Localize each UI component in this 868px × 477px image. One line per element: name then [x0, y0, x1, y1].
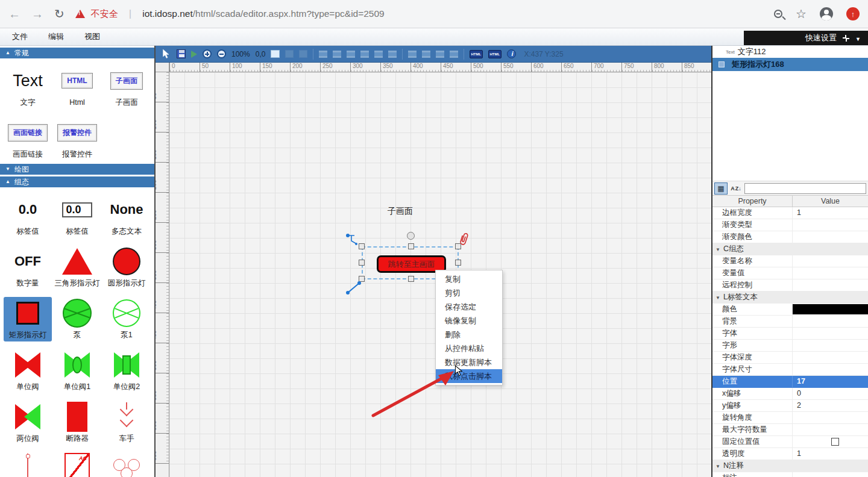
browser-update-icon[interactable]: ↑ — [846, 7, 860, 20]
palette-item[interactable]: 断路器 — [53, 401, 101, 445]
palette-item[interactable]: 车手 — [102, 401, 151, 445]
property-row[interactable]: 远程控制 — [712, 279, 868, 292]
palette-item[interactable]: 矩形指示灯 — [4, 297, 52, 341]
property-value[interactable]: 17 — [793, 376, 868, 387]
context-menu-item[interactable]: 鼠标点击脚本 — [436, 369, 502, 383]
context-menu-item[interactable]: 剪切 — [436, 286, 502, 300]
property-row[interactable]: 透明度 1 — [712, 448, 868, 460]
palette-item[interactable]: PT — [102, 452, 151, 477]
subscreen-text-element[interactable]: 子画面 — [388, 206, 413, 217]
forward-icon[interactable]: → — [31, 8, 43, 20]
property-row[interactable]: N注释 — [712, 460, 868, 472]
resize-handle-s[interactable] — [408, 276, 414, 282]
copy-icon[interactable] — [285, 50, 294, 58]
property-value[interactable] — [793, 316, 868, 327]
security-label[interactable]: 不安全 — [91, 8, 118, 20]
collapse-icon[interactable] — [843, 35, 849, 42]
property-row[interactable]: L标签文本 — [712, 292, 868, 304]
property-row[interactable]: 固定位置值 — [712, 436, 868, 448]
property-value[interactable]: 2 — [793, 400, 868, 411]
palette-item[interactable]: 泵1 — [102, 297, 151, 341]
property-row[interactable]: 颜色 — [712, 304, 868, 316]
page-zoom-icon[interactable] — [774, 10, 782, 18]
property-value[interactable] — [793, 364, 868, 375]
property-row[interactable]: 标注 — [712, 472, 868, 477]
address-bar[interactable]: iot.idosp.net/html/scada/editor.aspx.htm… — [142, 8, 763, 19]
resize-handle-w[interactable] — [359, 260, 365, 266]
select-tool-icon[interactable] — [160, 49, 171, 60]
caret-down-icon[interactable] — [855, 34, 861, 43]
property-value[interactable]: 0 — [793, 388, 868, 399]
palette-item[interactable]: 画面链接 画面链接 — [4, 116, 52, 161]
property-value[interactable] — [793, 304, 868, 315]
align-right-icon[interactable] — [347, 51, 355, 58]
info-icon[interactable] — [507, 49, 516, 58]
context-menu-item[interactable]: 从控件粘贴 — [436, 341, 502, 355]
distribute-h-icon[interactable] — [436, 51, 444, 58]
context-menu-item[interactable]: 数据更新脚本 — [436, 355, 502, 369]
palette-item[interactable]: 泵 — [53, 297, 101, 341]
property-row[interactable]: 边框宽度 1 — [712, 207, 868, 219]
palette-item[interactable]: 圆形指示灯 — [102, 245, 151, 290]
paste-icon[interactable] — [299, 50, 307, 58]
property-row[interactable]: 字体尺寸 — [712, 364, 868, 376]
palette-item[interactable]: 单位阀1 — [53, 349, 101, 393]
palette-item[interactable]: 报警控件 报警控件 — [53, 116, 101, 161]
export-html-icon[interactable] — [470, 50, 483, 58]
property-row[interactable]: 变量名称 — [712, 255, 868, 267]
property-value[interactable] — [793, 412, 868, 423]
property-row[interactable]: C组态 — [712, 243, 868, 255]
property-value[interactable] — [793, 340, 868, 351]
same-height-icon[interactable] — [422, 51, 430, 58]
resize-handle-n[interactable] — [408, 243, 414, 249]
palette-item[interactable]: Text 文字 — [4, 64, 52, 109]
menu-item[interactable]: 编辑 — [48, 31, 64, 42]
palette-item[interactable]: 单位阀 — [4, 349, 52, 393]
palette-item[interactable]: HTML Html — [53, 64, 101, 109]
palette-item[interactable]: 单位阀2 — [102, 349, 151, 393]
attachment-paperclip-icon[interactable] — [455, 230, 472, 251]
property-value[interactable] — [793, 472, 868, 477]
save-icon[interactable] — [177, 49, 186, 58]
align-middle-icon[interactable] — [374, 51, 383, 58]
property-value[interactable] — [793, 352, 868, 363]
property-value[interactable] — [793, 267, 868, 279]
same-width-icon[interactable] — [408, 51, 417, 58]
property-value[interactable] — [793, 255, 868, 267]
property-row[interactable]: 最大字符数量 — [712, 424, 868, 436]
property-row[interactable]: 字体 — [712, 328, 868, 340]
canvas-size-icon[interactable] — [271, 50, 280, 58]
bookmark-star-icon[interactable]: ☆ — [796, 7, 807, 21]
connector-anchor-icon[interactable] — [345, 279, 362, 295]
property-row[interactable]: 渐变类型 — [712, 219, 868, 231]
align-center-icon[interactable] — [333, 51, 341, 58]
section-header-drawing[interactable]: ▼ 绘图 — [0, 164, 154, 175]
zoom-in-icon[interactable] — [203, 49, 212, 58]
object-list-item[interactable]: 矩形指示灯168 — [712, 58, 868, 71]
property-row[interactable]: x偏移 0 — [712, 388, 868, 400]
preview-html-icon[interactable] — [488, 50, 502, 58]
security-warning-icon[interactable] — [75, 10, 85, 18]
property-row[interactable]: 字形 — [712, 340, 868, 352]
reload-icon[interactable]: ↻ — [54, 8, 64, 20]
palette-item[interactable]: 逆变器 — [53, 452, 101, 477]
palette-item[interactable]: 0.0 标签值 — [53, 193, 101, 238]
profile-avatar[interactable] — [820, 7, 833, 20]
property-value[interactable] — [793, 424, 868, 435]
run-icon[interactable] — [191, 51, 197, 58]
palette-item[interactable]: 子画面 子画面 — [102, 64, 151, 109]
property-row[interactable]: y偏移 2 — [712, 400, 868, 412]
categorized-view-icon[interactable]: ▦ — [714, 182, 728, 195]
property-filter-input[interactable] — [744, 183, 866, 194]
align-top-icon[interactable] — [360, 51, 369, 58]
back-icon[interactable]: ← — [8, 8, 20, 20]
context-menu-item[interactable]: 删除 — [436, 328, 502, 341]
palette-item[interactable]: 0.0 标签值 — [4, 193, 52, 238]
connector-anchor-icon[interactable] — [345, 232, 361, 247]
section-header-config[interactable]: ▲ 组态 — [0, 176, 154, 187]
context-menu-item[interactable]: 镜像复制 — [436, 314, 502, 328]
property-value[interactable]: 1 — [793, 448, 868, 460]
distribute-v-icon[interactable] — [450, 51, 458, 58]
context-menu-item[interactable]: 复制 — [436, 272, 502, 286]
palette-item[interactable]: 三角形指示灯 — [53, 245, 101, 290]
